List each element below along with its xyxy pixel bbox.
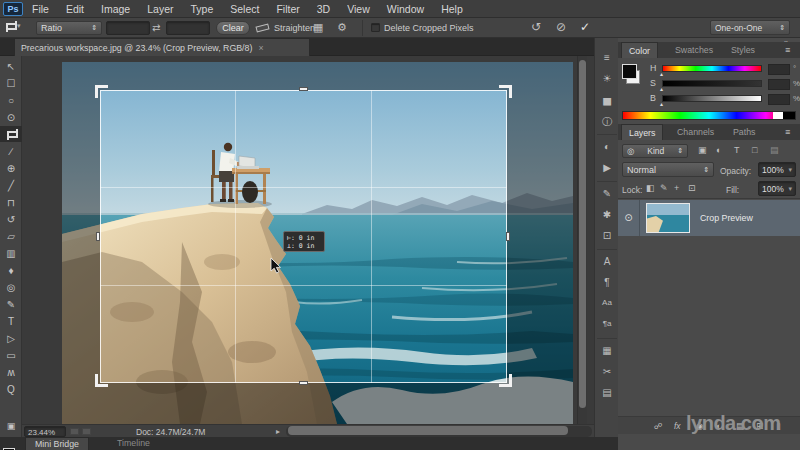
- fill-field[interactable]: 100%▾: [758, 181, 796, 196]
- document-tab[interactable]: Precarious workspace.jpg @ 23.4% (Crop P…: [14, 38, 310, 56]
- tool-crop[interactable]: [0, 126, 22, 142]
- layer-filter-kind-select[interactable]: ◎ Kind ⇕: [622, 144, 688, 158]
- navigator-panel-icon[interactable]: ◐: [595, 141, 619, 152]
- quick-mask-button[interactable]: ▣: [0, 418, 22, 434]
- clear-button[interactable]: Clear: [216, 21, 250, 35]
- clone-source-panel-icon[interactable]: ⊡: [595, 230, 619, 241]
- crop-handle-bottom[interactable]: [299, 381, 308, 385]
- menu-filter[interactable]: Filter: [276, 3, 299, 15]
- tool-brush[interactable]: ╱: [0, 177, 22, 193]
- actions-panel-icon[interactable]: ▶: [595, 162, 619, 173]
- character-panel-icon[interactable]: A: [595, 256, 619, 267]
- tool-hand[interactable]: ʍ: [0, 364, 22, 380]
- hue-value-field[interactable]: [768, 64, 790, 75]
- adjustments-panel-icon[interactable]: ☀: [595, 73, 619, 84]
- menu-image[interactable]: Image: [101, 3, 130, 15]
- brightness-value-field[interactable]: [768, 94, 790, 105]
- tool-path-selection[interactable]: ▷: [0, 330, 22, 346]
- status-menu-arrow-icon[interactable]: ▸: [276, 427, 280, 436]
- ratio-width-input[interactable]: [106, 21, 150, 35]
- notes-panel-icon[interactable]: ▤: [595, 387, 619, 398]
- tool-preset-chip[interactable]: ▾: [5, 21, 21, 31]
- tab-paths[interactable]: Paths: [726, 124, 763, 140]
- character-styles-panel-icon[interactable]: Aa: [595, 298, 619, 307]
- tab-color[interactable]: Color: [621, 42, 658, 58]
- tab-swatches[interactable]: Swatches: [668, 42, 720, 58]
- tool-move[interactable]: ↖: [0, 58, 22, 74]
- white-chip[interactable]: [773, 112, 783, 119]
- ratio-height-input[interactable]: [166, 21, 210, 35]
- tool-pen[interactable]: ✎: [0, 296, 22, 312]
- menu-layer[interactable]: Layer: [147, 3, 173, 15]
- lock-pixels-icon[interactable]: ✎: [660, 184, 668, 193]
- overlay-options-icon[interactable]: ▦: [313, 22, 323, 33]
- close-tab-icon[interactable]: ×: [258, 43, 263, 53]
- tab-styles[interactable]: Styles: [724, 42, 762, 58]
- opacity-field[interactable]: 100%▾: [758, 162, 796, 177]
- layer-visibility-eye-icon[interactable]: ⊙: [618, 200, 640, 236]
- crop-handle-bottom-left[interactable]: [95, 374, 108, 387]
- crop-handle-top-left[interactable]: [95, 85, 108, 98]
- swap-values-icon[interactable]: ⇄: [152, 23, 160, 33]
- reset-crop-icon[interactable]: ↺: [531, 21, 541, 33]
- tool-eraser[interactable]: ▱: [0, 228, 22, 244]
- cancel-crop-icon[interactable]: ⊘: [556, 21, 566, 33]
- brush-presets-panel-icon[interactable]: ✱: [595, 209, 619, 220]
- zoom-level-field[interactable]: 23.44%: [24, 426, 66, 437]
- menu-type[interactable]: Type: [190, 3, 213, 15]
- straighten-button[interactable]: Straighten: [274, 23, 315, 33]
- tune-panel-icon[interactable]: ≡: [595, 52, 619, 63]
- vertical-scrollbar-thumb[interactable]: [579, 60, 586, 408]
- black-chip[interactable]: [783, 112, 795, 119]
- tool-type[interactable]: T: [0, 313, 22, 329]
- layer-comps-panel-icon[interactable]: ▦: [595, 345, 619, 356]
- menu-edit[interactable]: Edit: [66, 3, 84, 15]
- lock-transparency-icon[interactable]: ◧: [646, 184, 655, 193]
- blend-mode-select[interactable]: Normal⇕: [622, 162, 714, 177]
- histogram-panel-icon[interactable]: ▅: [595, 94, 619, 105]
- crop-handle-right[interactable]: [506, 232, 510, 241]
- panel-menu-icon[interactable]: ≡: [778, 42, 797, 58]
- tool-marquee[interactable]: ☐: [0, 75, 22, 91]
- filter-adjustment-layers-icon[interactable]: ◐: [716, 146, 721, 155]
- tool-dodge[interactable]: ◎: [0, 279, 22, 295]
- slider-thumb-icon[interactable]: ▴: [660, 70, 663, 77]
- lock-position-icon[interactable]: +: [674, 184, 679, 193]
- tool-eyedropper[interactable]: ∕: [0, 143, 22, 159]
- tool-blur[interactable]: ♦: [0, 262, 22, 278]
- tool-clone-stamp[interactable]: ⊓: [0, 194, 22, 210]
- layer-thumbnail[interactable]: [646, 203, 690, 233]
- filter-shape-layers-icon[interactable]: □: [752, 146, 757, 155]
- workspace-switcher[interactable]: One-on-One⇕: [710, 20, 790, 35]
- menu-select[interactable]: Select: [230, 3, 259, 15]
- filter-smart-objects-icon[interactable]: ▤: [770, 146, 779, 155]
- info-panel-icon[interactable]: ⓘ: [595, 115, 619, 129]
- aspect-ratio-select[interactable]: Ratio⇕: [36, 21, 102, 35]
- menu-help[interactable]: Help: [441, 3, 463, 15]
- tab-channels[interactable]: Channels: [670, 124, 721, 140]
- layer-row-crop-preview[interactable]: ⊙ Crop Preview: [618, 200, 800, 236]
- filter-type-layers-icon[interactable]: T: [734, 146, 740, 155]
- menu-file[interactable]: File: [32, 3, 49, 15]
- commit-crop-icon[interactable]: ✓: [580, 21, 590, 33]
- saturation-slider[interactable]: [662, 80, 762, 87]
- crop-handle-top-right[interactable]: [499, 85, 512, 98]
- menu-view[interactable]: View: [347, 3, 370, 15]
- tool-presets-panel-icon[interactable]: ✂: [595, 366, 619, 377]
- tool-healing-brush[interactable]: ⊕: [0, 160, 22, 176]
- crop-handle-top[interactable]: [299, 87, 308, 91]
- slider-thumb-icon[interactable]: ▴: [660, 100, 663, 107]
- tab-mini-bridge[interactable]: Mini Bridge: [25, 437, 89, 450]
- layer-name[interactable]: Crop Preview: [700, 213, 753, 223]
- slider-thumb-icon[interactable]: ▴: [660, 85, 663, 92]
- crop-handle-bottom-right[interactable]: [499, 374, 512, 387]
- tool-rectangle[interactable]: ▭: [0, 347, 22, 363]
- filter-pixel-layers-icon[interactable]: ▣: [698, 146, 707, 155]
- horizontal-scrollbar-thumb[interactable]: [288, 426, 568, 435]
- link-layers-icon[interactable]: ☍: [654, 422, 663, 431]
- crop-options-gear-icon[interactable]: ⚙: [337, 22, 347, 33]
- brightness-slider[interactable]: [662, 95, 762, 102]
- layer-effects-icon[interactable]: fx: [674, 422, 681, 431]
- menu-window[interactable]: Window: [387, 3, 424, 15]
- panel-menu-icon[interactable]: ≡: [778, 124, 797, 140]
